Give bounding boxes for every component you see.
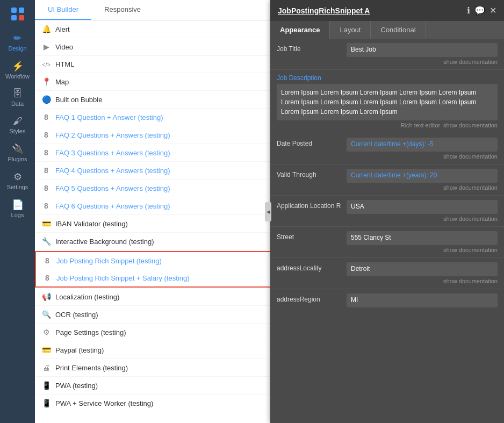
field-value-area: Current date/time +(years): 20 show docu… — [347, 169, 498, 191]
faq1-icon: 8 — [41, 113, 51, 121]
localization-icon: 📢 — [41, 292, 51, 301]
street-value[interactable]: 555 Clancy St — [347, 231, 498, 245]
svg-rect-3 — [19, 15, 24, 20]
field-value-area: Current date/time +(days): -5 show docum… — [347, 138, 498, 160]
svg-rect-1 — [19, 8, 24, 13]
field-address-region: addressRegion MI — [270, 289, 504, 312]
field-date-posted: Date Posted Current date/time +(days): -… — [270, 133, 504, 164]
panel-tabs: Appearance Layout Conditional — [270, 21, 504, 39]
job-posting-icon: 8 — [42, 256, 52, 265]
sidebar-item-workflow[interactable]: ⚡ Workflow — [0, 56, 35, 84]
sidebar-item-data[interactable]: 🗄 Data — [0, 84, 35, 111]
faq5-icon: 8 — [41, 184, 51, 192]
field-textarea-footer: Rich text editor show documentation — [277, 122, 498, 128]
application-location-doc[interactable]: show documentation — [347, 216, 498, 222]
field-value-area: Detroit show documentation — [347, 262, 498, 284]
main-content-area: UI Builder Responsive 🔔 Alert ▶ Video </… — [35, 0, 504, 423]
field-value-area: USA show documentation — [347, 200, 498, 222]
interactive-bg-icon: 🔧 — [41, 237, 51, 246]
print-icon: 🖨 — [41, 363, 51, 372]
job-title-value[interactable]: Best Job — [347, 43, 498, 57]
application-location-value[interactable]: USA — [347, 200, 498, 214]
address-locality-value[interactable]: Detroit — [347, 262, 498, 276]
iban-icon: 💳 — [41, 219, 51, 228]
bubble-icon: 🔵 — [41, 95, 51, 104]
field-job-title: Job Title Best Job show documentation — [270, 39, 504, 70]
field-valid-through: Valid Through Current date/time +(years)… — [270, 164, 504, 196]
faq4-icon: 8 — [41, 166, 51, 175]
info-icon[interactable]: ℹ — [467, 5, 470, 16]
field-label: Application Location R — [277, 200, 347, 210]
valid-through-doc[interactable]: show documentation — [347, 184, 498, 191]
field-label: Valid Through — [277, 169, 347, 178]
svg-rect-2 — [11, 15, 17, 20]
page-settings-icon: ⚙ — [41, 328, 51, 336]
styles-icon: 🖌 — [13, 116, 23, 127]
address-region-value[interactable]: MI — [347, 293, 498, 307]
job-description-textarea[interactable]: Lorem Ipsum Lorem Ipsum Lorem Ipsum Lore… — [277, 84, 498, 120]
field-label: Street — [277, 231, 347, 241]
job-description-doc[interactable]: show documentation — [443, 122, 498, 128]
tab-responsive[interactable]: Responsive — [91, 0, 154, 20]
field-address-locality: addressLocality Detroit show documentati… — [270, 258, 504, 289]
field-street: Street 555 Clancy St show documentation — [270, 227, 504, 258]
address-locality-doc[interactable]: show documentation — [347, 278, 498, 284]
job-title-doc[interactable]: show documentation — [347, 59, 498, 65]
panel-header-icons: ℹ 💬 ✕ — [467, 5, 496, 16]
plugins-icon: 🔌 — [12, 143, 24, 155]
faq3-icon: 8 — [41, 148, 51, 157]
sidebar-item-logs[interactable]: 📄 Logs — [0, 195, 35, 223]
alert-icon: 🔔 — [41, 25, 51, 33]
video-icon: ▶ — [41, 42, 51, 51]
rich-text-editor-label: Rich text editor — [401, 122, 440, 128]
map-icon: 📍 — [41, 77, 51, 86]
properties-panel: ◀ JobPostingRichSnippet A ℹ 💬 ✕ Appearan… — [270, 0, 504, 423]
settings-icon: ⚙ — [13, 171, 22, 183]
field-label: addressLocality — [277, 262, 347, 272]
comment-icon[interactable]: 💬 — [474, 5, 485, 16]
sidebar-item-label: Plugins — [8, 156, 27, 162]
field-job-description: Job Description Lorem Ipsum Lorem Ipsum … — [270, 70, 504, 133]
field-label: Date Posted — [277, 138, 347, 147]
faq6-icon: 8 — [41, 202, 51, 210]
sidebar-item-plugins[interactable]: 🔌 Plugins — [0, 139, 35, 167]
panel-header: JobPostingRichSnippet A ℹ 💬 ✕ — [270, 0, 504, 21]
street-doc[interactable]: show documentation — [347, 247, 498, 253]
field-value-area: Best Job show documentation — [347, 43, 498, 65]
panel-content: Job Title Best Job show documentation Jo… — [270, 39, 504, 423]
sidebar-item-label: Design — [8, 45, 26, 52]
tab-layout[interactable]: Layout — [330, 21, 371, 39]
date-posted-doc[interactable]: show documentation — [347, 153, 498, 160]
field-value-area: MI — [347, 293, 498, 307]
data-icon: 🗄 — [13, 88, 23, 99]
tab-ui-builder[interactable]: UI Builder — [35, 0, 91, 20]
date-posted-value[interactable]: Current date/time +(days): -5 — [347, 138, 498, 152]
ocr-icon: 🔍 — [41, 310, 51, 319]
app-logo[interactable] — [8, 4, 27, 24]
sidebar-item-label: Data — [11, 101, 24, 107]
sidebar-item-label: Styles — [10, 128, 26, 134]
valid-through-value[interactable]: Current date/time +(years): 20 — [347, 169, 498, 183]
tab-appearance[interactable]: Appearance — [270, 21, 330, 39]
logs-icon: 📄 — [12, 199, 24, 211]
panel-collapse-button[interactable]: ◀ — [265, 202, 271, 221]
sidebar-item-design[interactable]: ✏ Design — [0, 28, 35, 56]
paypal-icon: 💳 — [41, 346, 51, 354]
design-icon: ✏ — [13, 32, 21, 44]
field-label: Job Description — [277, 74, 498, 82]
sidebar-item-settings[interactable]: ⚙ Settings — [0, 167, 35, 195]
job-posting-salary-icon: 8 — [42, 274, 52, 282]
faq2-icon: 8 — [41, 131, 51, 139]
close-icon[interactable]: ✕ — [489, 5, 496, 16]
field-application-location: Application Location R USA show document… — [270, 196, 504, 227]
field-label: addressRegion — [277, 293, 347, 303]
sidebar-item-label: Settings — [7, 184, 28, 190]
workflow-icon: ⚡ — [12, 60, 24, 72]
field-label: Job Title — [277, 43, 347, 53]
panel-title: JobPostingRichSnippet A — [278, 6, 370, 15]
left-navigation: ✏ Design ⚡ Workflow 🗄 Data 🖌 Styles 🔌 Pl… — [0, 0, 35, 423]
sidebar-item-styles[interactable]: 🖌 Styles — [0, 111, 35, 139]
field-value-area: 555 Clancy St show documentation — [347, 231, 498, 253]
sidebar-item-label: Logs — [11, 212, 24, 218]
tab-conditional[interactable]: Conditional — [371, 21, 426, 39]
